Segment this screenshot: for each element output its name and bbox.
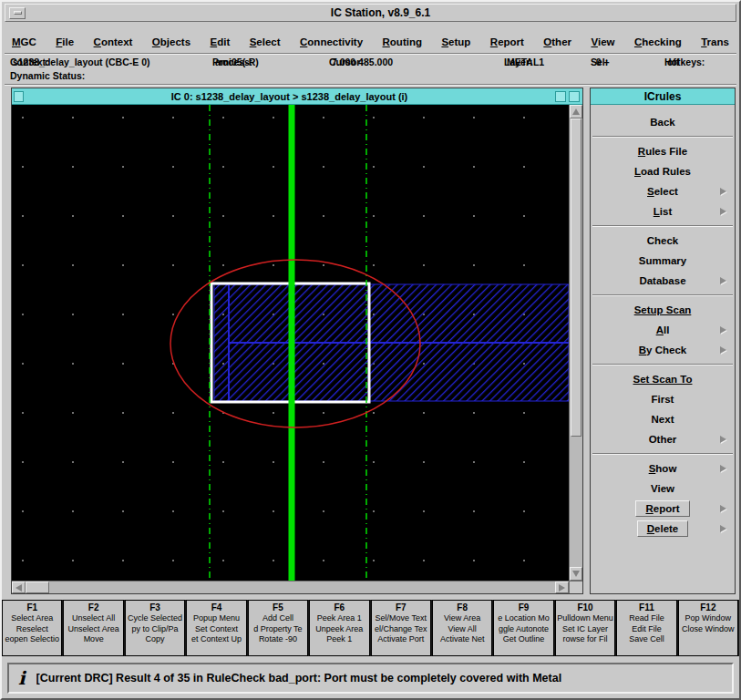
icrules-button-summary[interactable]: Summary (591, 251, 735, 271)
icrules-button-check[interactable]: Check (591, 231, 735, 251)
icrules-panel-title: ICrules (591, 88, 735, 105)
fkey-F8[interactable]: F8View AreaView AllActivate Net (432, 600, 492, 656)
process-value: ami05(-R) (215, 57, 259, 67)
fkey-F2[interactable]: F2Unselect AllUnselect AreaMove (63, 600, 123, 656)
ic-window-maximize-icon[interactable] (569, 91, 580, 102)
scrollbar-corner (569, 582, 582, 593)
horizontal-scroll-trough[interactable] (49, 582, 555, 593)
fkey-F7[interactable]: F7Sel/Move Textel/Change TexActivate Por… (371, 600, 431, 656)
hotkeys-value: off (667, 57, 679, 67)
status-divider (5, 84, 736, 86)
icrules-button-setup-scan[interactable]: Setup Scan (591, 300, 735, 320)
icrules-button-report[interactable]: Report (591, 499, 735, 519)
info-icon: i (18, 669, 26, 687)
context-value: s1238_delay_layout (CBC-E 0) (13, 57, 150, 67)
horizontal-scroll-thumb[interactable] (26, 582, 49, 593)
menu-objects[interactable]: Objects (152, 36, 190, 47)
ic-layout-window: IC 0: s1238_delay_layout > s1238_delay_l… (11, 88, 583, 594)
scroll-right-icon[interactable] (555, 582, 569, 593)
icrules-separator (592, 364, 733, 365)
fkey-F10[interactable]: F10Pulldown MenuSet IC Layerrowse for Fi… (555, 600, 615, 656)
fkey-F1[interactable]: F1Select AreaReselecteopen Selectio (2, 600, 62, 656)
ic-window-titlebar[interactable]: IC 0: s1238_delay_layout > s1238_delay_l… (12, 88, 582, 105)
hotkeys-label: Hotkeys: off (664, 57, 667, 67)
fkey-F9[interactable]: F9e Location Moggle AutonoteGet Outline (493, 600, 553, 656)
status-row-2: Dynamic Status: (5, 70, 736, 83)
icrules-button-all[interactable]: All (591, 320, 735, 340)
icrules-button-load-rules[interactable]: Load Rules (591, 161, 735, 181)
icrules-button-set-scan-to[interactable]: Set Scan To (591, 369, 735, 389)
window-menu-icon[interactable] (9, 7, 26, 19)
icrules-button-first[interactable]: First (591, 389, 735, 409)
origin-axis-line (289, 105, 295, 581)
menu-context[interactable]: Context (94, 36, 133, 47)
submenu-arrow-icon (720, 208, 726, 215)
menu-routing[interactable]: Routing (383, 36, 422, 47)
menu-report[interactable]: Report (490, 36, 524, 47)
layout-canvas[interactable] (12, 105, 569, 581)
menu-view[interactable]: View (591, 36, 614, 47)
scroll-left-icon[interactable] (12, 582, 26, 593)
menu-file[interactable]: File (56, 36, 74, 47)
menubar: MGCFileContextObjectsEditSelectConnectiv… (5, 32, 736, 52)
dynamic-status-label: Dynamic Status: (10, 70, 85, 81)
menu-edit[interactable]: Edit (211, 36, 231, 47)
cursor-value: 7.000 485.000 (332, 57, 393, 67)
icrules-separator (592, 453, 733, 455)
menu-other[interactable]: Other (543, 36, 571, 47)
icrules-button-other[interactable]: Other (591, 429, 735, 449)
submenu-arrow-icon (720, 465, 726, 472)
icrules-button-back[interactable]: Back (591, 112, 735, 132)
layer-value: METAL1 (507, 57, 544, 67)
icrules-separator (592, 294, 733, 296)
layout-canvas-svg (12, 105, 569, 581)
menu-mgc[interactable]: MGC (12, 36, 36, 47)
icrules-button-view[interactable]: View (591, 479, 735, 499)
fkey-F4[interactable]: F4Popup MenuSet Contextet Context Up (186, 600, 246, 656)
icrules-button-next[interactable]: Next (591, 409, 735, 429)
submenu-arrow-icon (720, 188, 726, 195)
scroll-down-icon[interactable] (570, 567, 582, 581)
submenu-arrow-icon (720, 277, 726, 284)
canvas-vertical-scrollbar[interactable] (569, 105, 582, 581)
submenu-arrow-icon (720, 346, 726, 354)
fkey-F12[interactable]: F12Pop WindowClose Window (678, 600, 738, 656)
function-key-strip: F1Select AreaReselecteopen SelectioF2Uns… (2, 600, 739, 656)
fkey-F6[interactable]: F6Peek Area 1Unpeek AreaPeek 1 (309, 600, 369, 656)
cursor-label: Cursor: 7.000 485.000 (329, 57, 332, 67)
menu-checking[interactable]: Checking (634, 36, 682, 47)
menu-connectivity[interactable]: Connectivity (300, 36, 363, 47)
menu-select[interactable]: Select (250, 36, 281, 47)
fkey-F11[interactable]: F11Read FileEdit FileSave Cell (616, 600, 676, 656)
ic-window-minimize-icon[interactable] (555, 91, 566, 102)
canvas-horizontal-scrollbar[interactable] (12, 581, 582, 593)
drc-message-text: [Current DRC] Result 4 of 35 in RuleChec… (36, 672, 562, 685)
icrules-button-by-check[interactable]: By Check (591, 340, 735, 360)
icrules-button-database[interactable]: Database (591, 271, 735, 291)
icrules-button-show[interactable]: Show (591, 458, 735, 479)
message-inner: i [Current DRC] Result 4 of 35 in RuleCh… (7, 663, 734, 694)
vertical-scroll-thumb[interactable] (571, 118, 581, 437)
fkey-F3[interactable]: F3Cycle Selectedpy to Clip/PaCopy (125, 600, 185, 656)
fkey-F5[interactable]: F5Add Celld Property TeRotate -90 (248, 600, 308, 656)
menu-setup[interactable]: Setup (441, 36, 470, 47)
submenu-arrow-icon (720, 525, 726, 532)
ic-station-window: IC Station, v8.9_6.1 MGCFileContextObjec… (0, 0, 741, 700)
icrules-separator (592, 136, 733, 138)
scroll-up-icon[interactable] (570, 105, 582, 118)
status-row-1: Context: s1238_delay_layout (CBC-E 0) Pr… (5, 57, 736, 69)
icrules-items: BackRules FileLoad RulesSelectListCheckS… (591, 105, 735, 539)
vertical-scroll-trough[interactable] (570, 118, 582, 567)
ic-window-menu-icon[interactable] (14, 91, 24, 102)
layer-label: Layer: METAL1 (504, 57, 507, 67)
sel-label: Sel: 0 + (591, 57, 596, 67)
process-label: Process: ami05(-R) (212, 57, 215, 67)
context-label: Context: s1238_delay_layout (CBC-E 0) (10, 57, 13, 67)
icrules-button-rules-file[interactable]: Rules File (591, 141, 735, 161)
icrules-button-list[interactable]: List (591, 201, 735, 221)
menubar-divider (5, 53, 736, 55)
window-titlebar[interactable]: IC Station, v8.9_6.1 (5, 4, 736, 22)
icrules-button-select[interactable]: Select (591, 181, 735, 201)
icrules-button-delete[interactable]: Delete (591, 519, 735, 539)
menu-trans[interactable]: Trans (701, 36, 729, 47)
